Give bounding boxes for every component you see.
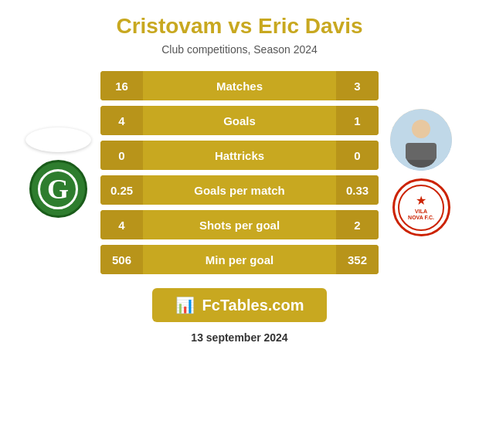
main-container: Cristovam vs Eric Davis Club competition… (0, 0, 479, 448)
match-date: 13 september 2024 (191, 331, 287, 344)
stat-left-value: 16 (100, 71, 143, 100)
vila-nova-text: VILANOVA F.C. (408, 209, 434, 220)
right-team-logos: ★ VILANOVA F.C. (379, 109, 464, 236)
player-photo (390, 109, 452, 171)
stat-row: 506Min per goal352 (100, 245, 379, 274)
stat-row: 4Goals1 (100, 106, 379, 135)
left-team-oval (25, 127, 91, 152)
vila-nova-logo: ★ VILANOVA F.C. (392, 178, 450, 236)
stat-right-value: 0 (336, 141, 379, 170)
stat-row: 0.25Goals per match0.33 (100, 175, 379, 205)
stat-right-value: 0.33 (336, 175, 379, 205)
stat-row: 4Shots per goal2 (100, 210, 379, 239)
stat-left-value: 0 (100, 141, 143, 170)
fctables-banner: 📊 FcTables.com (152, 288, 328, 322)
fctables-icon: 📊 (175, 296, 195, 314)
goias-logo: G (29, 160, 87, 218)
stats-bars: 16Matches34Goals10Hattricks00.25Goals pe… (100, 71, 379, 274)
match-title: Cristovam vs Eric Davis (116, 14, 362, 39)
stat-left-value: 4 (100, 106, 143, 135)
stats-section: G 16Matches34Goals10Hattricks00.25Goals … (8, 71, 471, 274)
stat-label: Shots per goal (143, 210, 336, 239)
stat-label: Min per goal (143, 245, 336, 274)
stat-left-value: 4 (100, 210, 143, 239)
stat-label: Matches (143, 71, 336, 100)
stat-left-value: 506 (100, 245, 143, 274)
match-subtitle: Club competitions, Season 2024 (161, 43, 318, 56)
fctables-text: FcTables.com (202, 297, 304, 314)
left-team-logos: G (15, 127, 100, 218)
stat-row: 16Matches3 (100, 71, 379, 100)
stat-label: Goals (143, 106, 336, 135)
stat-label: Hattricks (143, 141, 336, 170)
stat-right-value: 3 (336, 71, 379, 100)
stat-row: 0Hattricks0 (100, 141, 379, 170)
vila-nova-inner: ★ VILANOVA F.C. (398, 185, 444, 231)
stat-label: Goals per match (143, 175, 336, 205)
goias-letter: G (38, 169, 78, 209)
stat-right-value: 2 (336, 210, 379, 239)
vila-nova-star: ★ (416, 195, 426, 207)
svg-rect-3 (406, 143, 437, 160)
svg-point-1 (412, 120, 430, 138)
stat-left-value: 0.25 (100, 175, 143, 205)
stat-right-value: 352 (336, 245, 379, 274)
stat-right-value: 1 (336, 106, 379, 135)
